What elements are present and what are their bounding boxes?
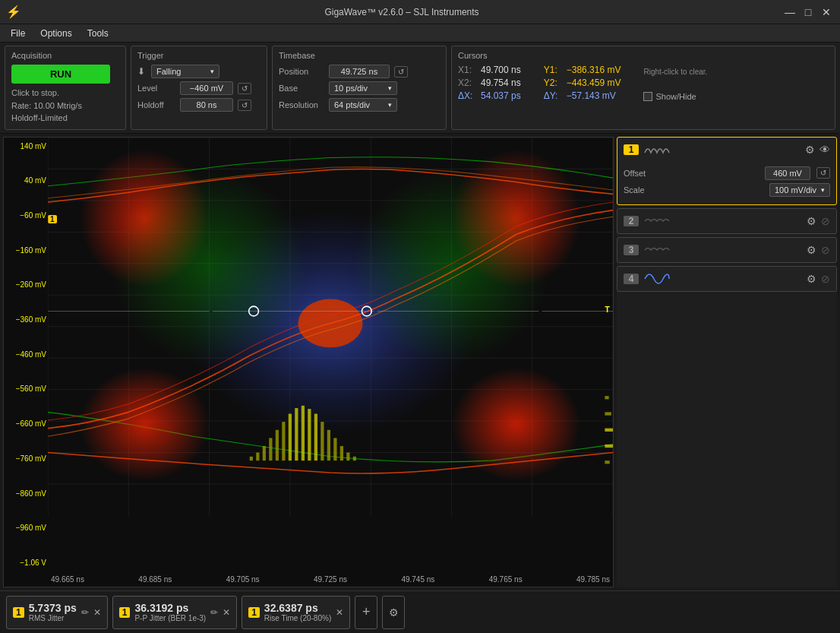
add-measurement-button[interactable]: + bbox=[355, 596, 377, 629]
menu-file[interactable]: File bbox=[3, 27, 33, 40]
minimize-button[interactable]: — bbox=[782, 5, 797, 20]
cursors-title: Cursors bbox=[458, 51, 829, 60]
meas0-label: RMS Jitter bbox=[29, 614, 77, 622]
app-icon: ⚡ bbox=[6, 5, 21, 19]
svg-rect-33 bbox=[256, 452, 259, 461]
timebase-base-row: Base 10 ps/div bbox=[279, 81, 440, 95]
trigger-level-row: Level −460 mV ↺ bbox=[137, 81, 261, 95]
close-button[interactable]: ✕ bbox=[819, 5, 834, 20]
cursor-y2-row: Y2: −443.459 mV bbox=[544, 78, 621, 88]
y-axis: 140 mV 40 mV −60 mV −160 mV −260 mV −360… bbox=[4, 138, 48, 572]
trigger-holdoff-value[interactable]: 80 ns bbox=[180, 98, 233, 112]
meas0-edit-button[interactable]: ✏ bbox=[81, 607, 89, 618]
menu-bar: File Options Tools bbox=[0, 24, 840, 43]
timebase-base-select[interactable]: 10 ps/div bbox=[329, 81, 397, 95]
channel4-header: 4 ⚙ ⊘ bbox=[617, 267, 836, 291]
x-label-1: 49.685 ns bbox=[138, 575, 172, 584]
channel1-offset-reset[interactable]: ↺ bbox=[816, 167, 830, 179]
menu-tools[interactable]: Tools bbox=[80, 27, 116, 40]
channel1-gear-icon[interactable]: ⚙ bbox=[805, 144, 815, 156]
cursors-hint-col: Right-click to clear. Show/Hide bbox=[643, 65, 707, 101]
top-panels: Acquisition RUN Click to stop. Rate: 10.… bbox=[0, 43, 840, 134]
waveform-svg bbox=[48, 138, 613, 517]
y-label-10: −860 mV bbox=[5, 489, 46, 498]
channel3-eye-icon[interactable]: ⊘ bbox=[821, 244, 830, 256]
trigger-holdoff-reset[interactable]: ↺ bbox=[238, 100, 251, 111]
svg-rect-32 bbox=[250, 456, 253, 460]
trigger-level-label: Level bbox=[137, 84, 175, 93]
channel1-body: Offset 460 mV ↺ Scale 100 mV/div bbox=[617, 162, 836, 204]
title-bar-controls: — □ ✕ bbox=[782, 5, 834, 20]
svg-rect-49 bbox=[605, 396, 608, 399]
channel2-header: 2 ⚙ ⊘ bbox=[617, 209, 836, 233]
measurement-card-0: 1 5.7373 ps RMS Jitter ✏ ✕ bbox=[6, 596, 108, 629]
channel4-gear-icon[interactable]: ⚙ bbox=[807, 273, 816, 285]
cursor-dx-label: ΔX: bbox=[458, 90, 476, 101]
run-button[interactable]: RUN bbox=[11, 65, 110, 84]
trigger-type-row: ⬇ Falling bbox=[137, 65, 261, 78]
meas1-close-button[interactable]: ✕ bbox=[223, 607, 230, 618]
channel4-eye-icon[interactable]: ⊘ bbox=[821, 273, 830, 285]
channel1-item: 1 ⚙ 👁 Offset 460 mV ↺ Scale 100 mV/div bbox=[617, 137, 837, 205]
cursor-right-click-hint: Right-click to clear. bbox=[643, 68, 707, 76]
app-title: GigaWave™ v2.6.0 – SJL Instruments bbox=[21, 7, 782, 17]
svg-rect-42 bbox=[314, 413, 317, 461]
svg-rect-52 bbox=[605, 444, 613, 447]
channel2-badge: 2 bbox=[624, 216, 639, 226]
trigger-type-select[interactable]: Falling bbox=[151, 65, 219, 78]
oscilloscope-display[interactable]: 140 mV 40 mV −60 mV −160 mV −260 mV −360… bbox=[3, 137, 614, 588]
meas1-edit-button[interactable]: ✏ bbox=[210, 607, 218, 618]
svg-rect-44 bbox=[327, 429, 330, 460]
measurement-settings-button[interactable]: ⚙ bbox=[382, 596, 405, 629]
cursor-x1-value: 49.700 ns bbox=[481, 65, 521, 75]
timebase-resolution-select[interactable]: 64 pts/div bbox=[329, 98, 397, 112]
svg-rect-45 bbox=[333, 438, 336, 461]
channel1-offset-value[interactable]: 460 mV bbox=[765, 166, 810, 180]
channel3-badge: 3 bbox=[624, 245, 639, 255]
timebase-position-value[interactable]: 49.725 ns bbox=[329, 65, 390, 78]
channel2-eye-icon[interactable]: ⊘ bbox=[821, 215, 830, 227]
svg-rect-53 bbox=[605, 461, 609, 464]
channel1-badge: 1 bbox=[624, 144, 639, 155]
channel1-eye-icon[interactable]: 👁 bbox=[819, 144, 830, 156]
cursor-y2-label: Y2: bbox=[544, 78, 562, 88]
cursor-dy-value: −57.143 mV bbox=[567, 90, 616, 101]
channel3-header: 3 ⚙ ⊘ bbox=[617, 238, 836, 262]
x-label-6: 49.785 ns bbox=[576, 575, 610, 584]
svg-rect-47 bbox=[346, 452, 349, 461]
main-area: 140 mV 40 mV −60 mV −160 mV −260 mV −360… bbox=[0, 134, 840, 591]
channel2-gear-icon[interactable]: ⚙ bbox=[807, 215, 816, 227]
y-label-8: −660 mV bbox=[5, 419, 46, 428]
cursor-dx-value: 54.037 ps bbox=[481, 90, 521, 101]
svg-rect-37 bbox=[282, 422, 285, 461]
timebase-position-reset[interactable]: ↺ bbox=[394, 66, 408, 78]
channel-panel: 1 ⚙ 👁 Offset 460 mV ↺ Scale 100 mV/div bbox=[617, 137, 837, 588]
trigger-level-value[interactable]: −460 mV bbox=[180, 81, 233, 95]
show-hide-row: Show/Hide bbox=[643, 92, 707, 101]
cursor-y2-value: −443.459 mV bbox=[567, 78, 621, 88]
meas2-value: 32.6387 ps bbox=[264, 602, 331, 614]
trigger-level-reset[interactable]: ↺ bbox=[238, 83, 251, 94]
timebase-position-row: Position 49.725 ns ↺ bbox=[279, 65, 440, 78]
svg-rect-39 bbox=[295, 408, 298, 461]
channel1-scale-row: Scale 100 mV/div bbox=[624, 183, 830, 197]
svg-rect-48 bbox=[353, 456, 356, 460]
maximize-button[interactable]: □ bbox=[801, 5, 816, 20]
menu-options[interactable]: Options bbox=[33, 27, 79, 40]
y-label-6: −460 mV bbox=[5, 350, 46, 359]
trigger-title: Trigger bbox=[137, 51, 261, 60]
meas2-close-button[interactable]: ✕ bbox=[336, 607, 343, 618]
acquisition-panel: Acquisition RUN Click to stop. Rate: 10.… bbox=[5, 46, 126, 130]
channel1-scale-label: Scale bbox=[624, 185, 763, 195]
rate-info: Rate: 10.00 Mtrig/s bbox=[11, 100, 119, 112]
show-hide-checkbox[interactable] bbox=[643, 92, 652, 101]
meas0-close-button[interactable]: ✕ bbox=[93, 607, 101, 618]
meas2-ch-badge: 1 bbox=[248, 607, 260, 618]
channel1-scale-select[interactable]: 100 mV/div bbox=[769, 183, 830, 197]
cursor-x2-value: 49.754 ns bbox=[481, 78, 521, 88]
meas0-ch-badge: 1 bbox=[13, 607, 24, 618]
svg-rect-36 bbox=[276, 429, 279, 460]
acquisition-info: Click to stop. Rate: 10.00 Mtrig/s Holdo… bbox=[11, 87, 119, 125]
channel3-gear-icon[interactable]: ⚙ bbox=[807, 244, 816, 256]
x-label-0: 49.665 ns bbox=[51, 575, 84, 584]
